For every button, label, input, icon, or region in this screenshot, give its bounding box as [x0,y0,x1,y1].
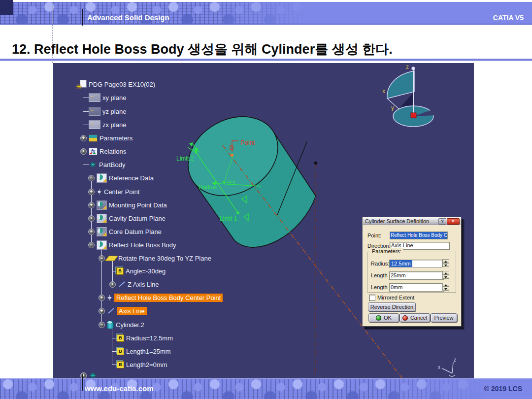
collapse-minus-icon[interactable]: − [88,242,95,248]
compass[interactable]: z x y [382,64,436,127]
header-band-fade [0,2,532,24]
tree-item-label-highlighted[interactable]: Reflect Hole Boss Body Center Point [114,294,223,302]
tree-item-z-axis-line[interactable]: + Z Axis Line [109,279,159,289]
mirrored-extent-checkbox[interactable] [369,295,375,301]
tree-connector [112,327,112,365]
ok-button[interactable]: OK [368,313,399,322]
point-label: Point [240,139,255,146]
page-title: 12. Reflect Hole Boss Body 생성을 위해 Cylind… [12,40,393,58]
preview-button[interactable]: Preview [431,313,457,322]
tree-item-root[interactable]: ✳ PDG Page03 EX10(02) [77,79,155,89]
tree-item-zx-plane[interactable]: ~ zx plane [89,120,126,130]
tree-item-label[interactable]: Cylinder.2 [116,321,144,329]
tree-item-label[interactable]: Angle=-30deg [126,267,166,275]
tree-item-label[interactable]: Reference Data [109,174,154,182]
tree-item-partbody[interactable]: ✳ PartBody [89,160,125,169]
tree-item-label[interactable]: Length2=0mm [126,361,167,368]
point-field[interactable]: Reflect Hole Boss Body Ce [390,232,448,239]
length1-field[interactable]: 25mm [389,271,444,280]
reverse-direction-button[interactable]: Reverse Direction [368,302,416,311]
tree-item-label[interactable]: Z Axis Line [128,281,159,288]
expand-plus-icon[interactable]: + [99,295,105,301]
cylinder-surface-definition-dialog[interactable]: Cylinder Surface Definition ? ✕ Point: R… [362,217,462,327]
radius-field-value: 12.5mm [390,260,412,267]
tree-item-reference-data[interactable]: − Reference Data [88,173,154,183]
tree-item-reflect-hole-boss-body[interactable]: − Reflect Hole Boss Body [88,240,176,250]
partbody-icon: ✳ [89,371,97,379]
tree-item-label[interactable]: Reflect Hole Boss Body [109,241,176,249]
collapse-minus-icon[interactable]: − [88,175,95,181]
tree-item-label[interactable]: xy plane [102,94,126,101]
tree-item-label[interactable]: PartBody [99,161,125,168]
expand-plus-icon[interactable]: + [80,148,87,155]
tree-item-label[interactable]: PDG Page03 EX10(02) [89,81,155,88]
expand-plus-icon[interactable]: + [88,189,95,195]
tree-item-reflect-center-point[interactable]: + Reflect Hole Boss Body Center Point [99,293,223,302]
cancel-red-ball-icon [402,315,408,321]
tree-item-partial[interactable]: + ✳ [80,370,97,378]
tree-item-label[interactable]: Radius=12.5mm [126,334,173,342]
expand-plus-icon[interactable]: + [88,202,95,208]
tree-item-angle-parameter[interactable]: B Angle=-30deg [116,266,166,276]
tree-item-label[interactable]: Mounting Point Data [109,201,167,209]
radius-field-label: Radius: [371,261,389,266]
length2-field-value: 0mm [391,284,402,290]
close-icon[interactable]: ✕ [447,218,460,225]
length1-spinner[interactable] [442,271,449,279]
tree-item-label-highlighted[interactable]: Axis Line [117,307,147,315]
footer-band: www.edu-catia.com © 2019 LCS [0,378,532,399]
tree-item-label[interactable]: Core Datum Plane [109,228,162,235]
tree-item-rotate-plane[interactable]: − Rotate Plane 30deg To YZ Plane [99,253,211,263]
tree-item-cylinder2[interactable]: − Cylinder.2 [99,320,144,330]
plane-icon: ~ [89,107,100,116]
tree-item-label[interactable]: Center Point [104,188,139,196]
radius-value-annotation: 12.5 [227,179,235,184]
expand-plus-icon[interactable]: + [80,135,87,141]
tree-item-cavity-datum-plane[interactable]: + Cavity Datum Plane [88,213,166,223]
expand-plus-icon[interactable]: + [88,229,95,235]
length2-field[interactable]: 0mm [389,283,444,292]
tree-item-label[interactable]: Relations [100,148,126,155]
tree-item-length2-parameter[interactable]: B Length2=0mm [117,360,167,369]
triad-x-label: x [438,365,440,370]
direction-field-value: Axis Line [391,242,413,248]
mirrored-extent-label: Mirrored Extent [377,295,414,300]
tree-item-label[interactable]: Length1=25mm [126,348,171,355]
footer-copyright: © 2019 LCS [484,385,522,393]
body-icon [97,173,107,183]
tree-item-radius-parameter[interactable]: B Radius=12.5mm [117,333,173,343]
tree-item-yz-plane[interactable]: ~ yz plane [89,106,126,116]
expand-plus-icon[interactable]: + [80,372,87,379]
body-icon [97,227,107,236]
tree-item-label[interactable]: yz plane [102,108,126,115]
tree-item-axis-line[interactable]: + Axis Line [99,306,147,316]
expand-plus-icon[interactable]: + [88,215,95,222]
cylinder-icon [107,321,114,329]
collapse-minus-icon[interactable]: − [99,322,105,328]
header-divider-line [82,9,83,26]
collapse-minus-icon[interactable]: − [99,255,105,262]
tree-item-core-datum-plane[interactable]: + Core Datum Plane [88,227,162,236]
tree-item-label[interactable]: zx plane [102,121,126,129]
radius-field[interactable]: 12.5mm [389,260,442,268]
tree-item-xy-plane[interactable]: ~ xy plane [89,93,126,102]
tree-item-length1-parameter[interactable]: B Length1=25mm [117,346,171,356]
tree-item-relations[interactable]: + fx Relations [80,146,126,156]
expand-plus-icon[interactable]: + [99,308,105,314]
compass-x-label: x [382,88,385,95]
radius-spinner[interactable] [442,259,449,267]
plane-icon: ~ [89,93,100,102]
footer-website[interactable]: www.edu-catia.com [85,384,153,393]
cylinder-geometry[interactable] [174,101,316,247]
help-button[interactable]: ? [438,218,446,225]
tree-item-label[interactable]: Rotate Plane 30deg To YZ Plane [118,255,211,262]
tree-item-label[interactable]: Parameters [100,134,133,142]
tree-item-center-point[interactable]: + Center Point [88,187,139,197]
tree-item-mounting-point-data[interactable]: + Mounting Point Data [88,200,167,210]
tree-item-parameters[interactable]: + Parameters [80,133,133,143]
expand-plus-icon[interactable]: + [109,281,116,288]
tree-item-label[interactable]: Cavity Datum Plane [109,215,166,222]
length2-spinner[interactable] [442,283,449,291]
cancel-button[interactable]: Cancel [399,313,430,322]
footer-band-fade [0,379,532,399]
